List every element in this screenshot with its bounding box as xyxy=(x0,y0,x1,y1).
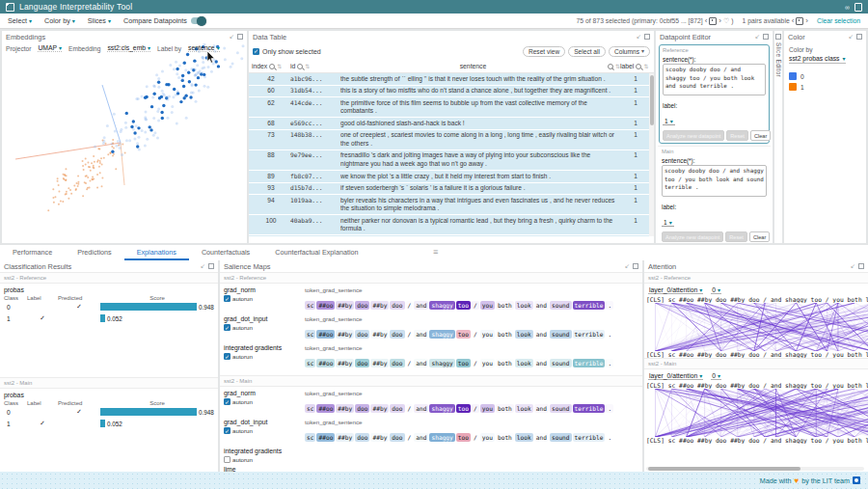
salience-token-chip[interactable]: / xyxy=(472,359,479,367)
reset-button[interactable]: Reset xyxy=(726,130,748,141)
salience-token-chip[interactable]: sc xyxy=(305,330,315,339)
salience-token-chip[interactable]: too xyxy=(456,404,471,413)
unselected-positive[interactable] xyxy=(141,129,144,132)
selected-points[interactable] xyxy=(187,71,190,74)
unselected-negative[interactable] xyxy=(122,143,123,145)
docs-icon[interactable] xyxy=(854,3,862,12)
unselected-negative[interactable] xyxy=(68,187,69,189)
column-header-id[interactable]: id ⇅ xyxy=(290,63,340,69)
unselected-positive[interactable] xyxy=(146,138,149,141)
unselected-positive[interactable] xyxy=(166,98,169,101)
unselected-negative[interactable] xyxy=(98,166,100,168)
maximize-icon[interactable] xyxy=(856,34,862,40)
unselected-positive[interactable] xyxy=(175,94,177,96)
selected-points[interactable] xyxy=(162,104,165,107)
salience-token-chip[interactable]: ##oo xyxy=(316,404,335,413)
unselected-positive[interactable] xyxy=(177,76,180,79)
salience-token-chip[interactable]: terrible xyxy=(573,404,606,413)
salience-token-chip[interactable]: look xyxy=(515,404,533,413)
columns-button[interactable]: Columns ▾ xyxy=(609,46,650,57)
unselected-positive[interactable] xyxy=(157,120,160,122)
unselected-negative[interactable] xyxy=(93,165,95,167)
unselected-negative[interactable] xyxy=(82,165,84,167)
salience-token-chip[interactable]: doo xyxy=(390,433,404,442)
unselected-negative[interactable] xyxy=(88,166,90,168)
unselected-negative[interactable] xyxy=(99,160,101,162)
unselected-positive[interactable] xyxy=(151,95,154,98)
selected-points[interactable] xyxy=(137,126,140,129)
salience-token-chip[interactable]: too xyxy=(456,330,471,339)
unselected-negative[interactable] xyxy=(52,197,54,199)
unselected-negative[interactable] xyxy=(112,139,114,141)
unselected-negative[interactable] xyxy=(77,185,79,187)
unselected-negative[interactable] xyxy=(107,153,109,155)
unselected-positive[interactable] xyxy=(146,85,149,88)
unselected-negative[interactable] xyxy=(63,177,65,179)
selected-points[interactable] xyxy=(157,81,160,84)
unselected-positive[interactable] xyxy=(113,113,116,116)
salience-token-chip[interactable]: sound xyxy=(550,359,572,367)
unselected-negative[interactable] xyxy=(62,174,64,176)
unselected-negative[interactable] xyxy=(115,168,117,170)
unselected-positive[interactable] xyxy=(192,92,195,95)
color-by-select[interactable]: sst2 probas class ▾ xyxy=(789,55,846,64)
table-row[interactable]: 6031db54...this is a story of two misfit… xyxy=(249,86,654,98)
unselected-positive[interactable] xyxy=(201,71,203,74)
only-show-selected-checkbox[interactable] xyxy=(253,48,259,55)
salience-token-chip[interactable]: and xyxy=(534,359,549,367)
maximize-icon[interactable] xyxy=(644,34,650,40)
unselected-negative[interactable] xyxy=(77,181,79,183)
minimize-icon[interactable]: ↙ xyxy=(201,263,205,270)
salience-token-chip[interactable]: / xyxy=(406,330,414,339)
search-icon[interactable] xyxy=(608,64,613,69)
unselected-negative[interactable] xyxy=(89,187,91,189)
salience-token-chip[interactable]: both xyxy=(496,330,514,339)
column-header-label[interactable]: label ⇅ xyxy=(620,63,651,69)
next-datapoint-icon[interactable]: › xyxy=(719,17,721,25)
unselected-negative[interactable] xyxy=(68,198,69,200)
unselected-positive[interactable] xyxy=(195,100,198,103)
salience-token-chip[interactable]: ##by xyxy=(370,301,389,310)
selected-points[interactable] xyxy=(189,95,192,98)
unselected-negative[interactable] xyxy=(66,193,68,195)
selected-points[interactable] xyxy=(176,68,178,70)
minimize-icon[interactable]: ↙ xyxy=(851,263,855,270)
clear-button[interactable]: Clear xyxy=(750,130,771,141)
selected-points[interactable] xyxy=(182,85,185,88)
salience-token-chip[interactable]: both xyxy=(496,301,514,310)
selected-points[interactable] xyxy=(179,100,182,103)
salience-token-chip[interactable]: look xyxy=(515,359,533,367)
unselected-negative[interactable] xyxy=(58,191,60,193)
salience-token-chip[interactable]: too xyxy=(456,301,471,310)
unselected-positive[interactable] xyxy=(168,95,171,98)
analyze-new-datapoint-button[interactable]: Analyze new datapoint xyxy=(663,130,724,141)
unselected-negative[interactable] xyxy=(112,143,114,145)
salience-token-chip[interactable]: ##by xyxy=(336,301,354,310)
slices-menu[interactable]: Slices ▾ xyxy=(88,16,111,25)
unselected-negative[interactable] xyxy=(85,158,87,160)
unselected-negative[interactable] xyxy=(66,191,68,193)
unselected-positive[interactable] xyxy=(152,117,155,120)
sentence-textarea[interactable]: scooby dooby doo / and shaggy too / you … xyxy=(663,64,766,95)
unselected-positive[interactable] xyxy=(178,64,181,67)
salience-token-chip[interactable]: ##by xyxy=(336,404,354,413)
unselected-positive[interactable] xyxy=(138,149,141,151)
tab-predictions[interactable]: Predictions xyxy=(65,245,124,260)
unselected-negative[interactable] xyxy=(64,175,66,177)
search-icon[interactable] xyxy=(297,64,303,69)
selected-points[interactable] xyxy=(193,59,196,62)
unselected-positive[interactable] xyxy=(172,95,175,98)
unselected-positive[interactable] xyxy=(156,110,159,113)
unselected-negative[interactable] xyxy=(103,157,105,159)
salience-token-chip[interactable]: doo xyxy=(355,330,369,339)
selected-points[interactable] xyxy=(217,65,220,68)
unselected-negative[interactable] xyxy=(91,162,93,164)
salience-token-chip[interactable]: ##by xyxy=(370,359,389,367)
salience-token-chip[interactable]: doo xyxy=(390,301,404,310)
reset-button[interactable]: Reset xyxy=(725,231,747,242)
salience-token-chip[interactable]: . xyxy=(606,330,613,339)
salience-token-chip[interactable]: / xyxy=(472,433,479,442)
salience-token-chip[interactable]: / xyxy=(472,301,479,310)
unselected-positive[interactable] xyxy=(106,124,109,127)
unselected-positive[interactable] xyxy=(190,68,193,70)
